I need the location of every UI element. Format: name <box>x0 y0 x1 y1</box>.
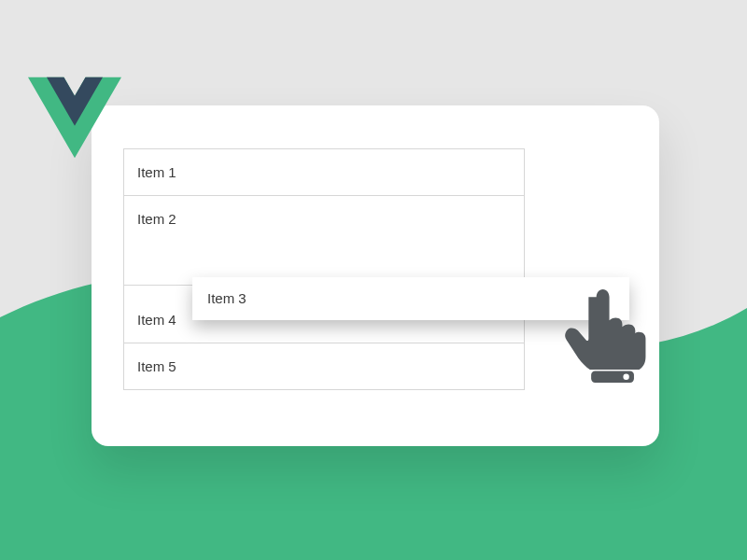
list-item[interactable]: Item 5 <box>123 343 525 390</box>
vue-logo-icon <box>28 77 121 159</box>
list-item[interactable]: Item 1 <box>123 148 525 195</box>
list-item-label: Item 4 <box>137 312 176 328</box>
pointer-hand-icon <box>562 289 646 383</box>
svg-point-1 <box>623 374 628 380</box>
list-item-label: Item 1 <box>137 164 176 180</box>
list-item-label: Item 5 <box>137 358 176 374</box>
list-item[interactable]: Item 2 <box>123 195 525 242</box>
demo-card: Item 1 Item 2 Item 4 Item 5 <box>92 105 659 446</box>
list-item-label: Item 3 <box>207 290 247 306</box>
draggable-list[interactable]: Item 1 Item 2 Item 4 Item 5 <box>123 148 525 390</box>
list-item-label: Item 2 <box>137 211 176 227</box>
